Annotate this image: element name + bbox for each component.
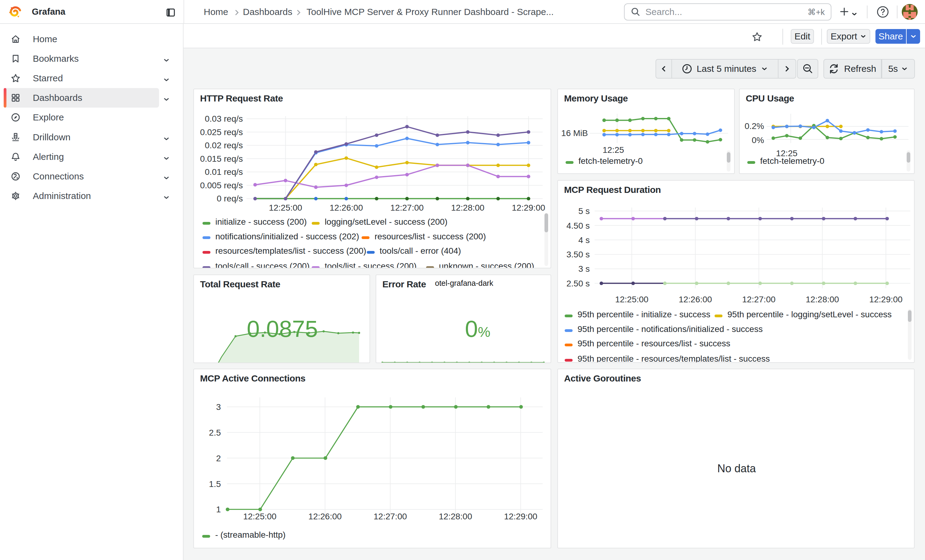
svg-text:0%: 0% bbox=[752, 135, 764, 145]
svg-text:12:28:00: 12:28:00 bbox=[439, 512, 472, 521]
svg-text:12:27:00: 12:27:00 bbox=[374, 512, 407, 521]
svg-text:4 s: 4 s bbox=[579, 236, 590, 245]
svg-text:5 s: 5 s bbox=[579, 206, 590, 216]
svg-text:12:29:00: 12:29:00 bbox=[869, 295, 903, 304]
svg-text:2.5: 2.5 bbox=[209, 428, 221, 437]
svg-text:3: 3 bbox=[216, 402, 221, 412]
svg-text:12:29:00: 12:29:00 bbox=[512, 203, 545, 212]
svg-text:12:25:00: 12:25:00 bbox=[615, 295, 648, 304]
svg-text:12:26:00: 12:26:00 bbox=[330, 203, 363, 212]
svg-text:12:26:00: 12:26:00 bbox=[679, 295, 712, 304]
svg-text:0.015 req/s: 0.015 req/s bbox=[200, 154, 243, 164]
svg-text:3.50 s: 3.50 s bbox=[566, 250, 590, 259]
svg-text:12:25:00: 12:25:00 bbox=[243, 512, 277, 521]
svg-text:0.2%: 0.2% bbox=[744, 122, 764, 131]
svg-text:12:25:00: 12:25:00 bbox=[269, 203, 302, 212]
svg-text:12:26:00: 12:26:00 bbox=[308, 512, 342, 521]
svg-text:0.03 req/s: 0.03 req/s bbox=[205, 114, 243, 123]
svg-text:12:28:00: 12:28:00 bbox=[806, 295, 839, 304]
svg-text:0.01 req/s: 0.01 req/s bbox=[205, 167, 243, 177]
svg-text:4.50 s: 4.50 s bbox=[566, 221, 590, 230]
svg-text:1.5: 1.5 bbox=[209, 479, 221, 489]
svg-text:16 MiB: 16 MiB bbox=[561, 128, 588, 138]
svg-text:12:28:00: 12:28:00 bbox=[451, 203, 485, 212]
svg-text:12:27:00: 12:27:00 bbox=[742, 295, 776, 304]
svg-text:12:29:00: 12:29:00 bbox=[504, 512, 538, 521]
svg-text:0.025 req/s: 0.025 req/s bbox=[200, 128, 243, 137]
svg-text:3 s: 3 s bbox=[579, 264, 590, 273]
svg-text:2: 2 bbox=[216, 453, 221, 463]
svg-text:0 req/s: 0 req/s bbox=[217, 194, 243, 203]
svg-text:12:27:00: 12:27:00 bbox=[390, 203, 424, 212]
svg-text:12:25: 12:25 bbox=[603, 145, 624, 155]
svg-text:1: 1 bbox=[216, 504, 221, 514]
svg-text:0.005 req/s: 0.005 req/s bbox=[200, 181, 243, 190]
svg-text:2.50 s: 2.50 s bbox=[566, 279, 590, 288]
svg-text:0.02 req/s: 0.02 req/s bbox=[205, 141, 243, 150]
